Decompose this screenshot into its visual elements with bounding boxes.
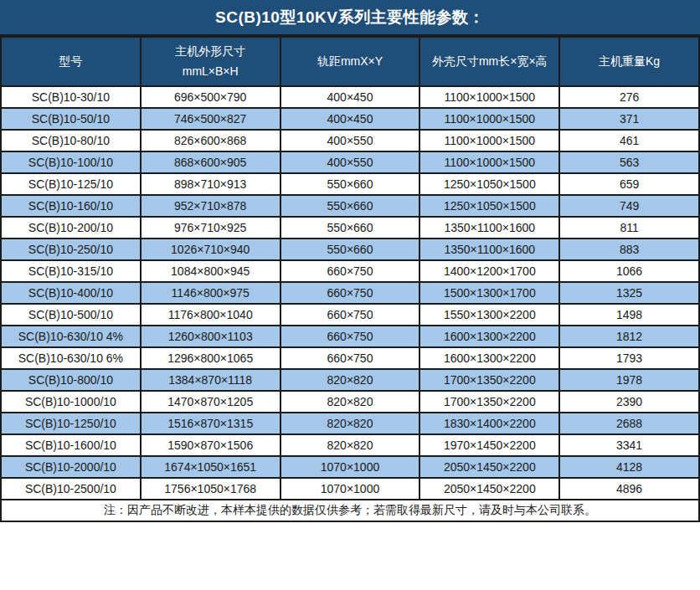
table-cell: 1970×1450×2200 <box>419 434 559 456</box>
table-cell: 976×710×925 <box>141 217 281 239</box>
table-cell: 868×600×905 <box>141 151 281 173</box>
table-row: SC(B)10-1600/101590×870×1506820×8201970×… <box>1 434 699 456</box>
table-cell: 820×820 <box>281 434 420 456</box>
table-cell: 1100×1000×1500 <box>419 108 559 130</box>
table-cell: 660×750 <box>281 260 420 282</box>
table-cell: 826×600×868 <box>141 130 281 151</box>
table-cell: SC(B)10-2000/10 <box>1 456 141 478</box>
table-cell: 550×660 <box>281 239 420 260</box>
table-cell: 1500×1300×1700 <box>419 282 559 304</box>
table-cell: SC(B)10-315/10 <box>1 260 141 282</box>
table-cell: 1070×1000 <box>281 456 420 478</box>
table-cell: SC(B)10-160/10 <box>1 195 141 217</box>
table-cell: 1400×1200×1700 <box>419 260 559 282</box>
header-cell-main-weight: 主机重量Kg <box>559 37 699 86</box>
table-row: SC(B)10-1250/101516×870×1315820×8201830×… <box>1 413 699 434</box>
table-cell: SC(B)10-200/10 <box>1 217 141 239</box>
table-cell: 2390 <box>559 391 699 413</box>
table-cell: 1350×1100×1600 <box>419 217 559 239</box>
table-cell: 1470×870×1205 <box>141 391 281 413</box>
table-note: 注：因产品不断改进，本样本提供的数据仅供参考；若需取得最新尺寸，请及时与本公司联… <box>1 500 699 521</box>
table-cell: 1100×1000×1500 <box>419 86 559 108</box>
table-cell: SC(B)10-800/10 <box>1 369 141 391</box>
table-cell: SC(B)10-630/10 4% <box>1 326 141 347</box>
table-cell: 749 <box>559 195 699 217</box>
table-cell: 1700×1350×2200 <box>419 369 559 391</box>
table-cell: 2050×1450×2200 <box>419 456 559 478</box>
table-row: SC(B)10-2500/101756×1050×17681070×100020… <box>1 478 699 500</box>
table-cell: 563 <box>559 151 699 173</box>
table-cell: 1498 <box>559 304 699 326</box>
table-cell: SC(B)10-50/10 <box>1 108 141 130</box>
table-cell: 898×710×913 <box>141 173 281 195</box>
table-cell: 550×660 <box>281 195 420 217</box>
table-cell: SC(B)10-1600/10 <box>1 434 141 456</box>
table-cell: 400×550 <box>281 151 420 173</box>
table-cell: 660×750 <box>281 282 420 304</box>
table-row: SC(B)10-30/10696×500×790400×4501100×1000… <box>1 86 699 108</box>
table-cell: 461 <box>559 130 699 151</box>
table-cell: 1516×870×1315 <box>141 413 281 434</box>
table-cell: 2688 <box>559 413 699 434</box>
table-row: SC(B)10-125/10898×710×913550×6601250×105… <box>1 173 699 195</box>
table-row: SC(B)10-630/10 4%1260×800×1103660×750160… <box>1 326 699 347</box>
table-cell: 1066 <box>559 260 699 282</box>
table-cell: 820×820 <box>281 369 420 391</box>
table-row: SC(B)10-160/10952×710×878550×6601250×105… <box>1 195 699 217</box>
table-cell: 1600×1300×2200 <box>419 326 559 347</box>
table-cell: 400×450 <box>281 108 420 130</box>
table-cell: 696×500×790 <box>141 86 281 108</box>
table-cell: 1756×1050×1768 <box>141 478 281 500</box>
table-cell: 811 <box>559 217 699 239</box>
spec-table: 型号 主机外形尺寸 mmL×B×H 轨距mmX×Y 外壳尺寸mm长×宽×高 主机… <box>0 36 700 522</box>
table-cell: 1384×870×1118 <box>141 369 281 391</box>
table-cell: SC(B)10-1250/10 <box>1 413 141 434</box>
header-cell-shell-dims: 外壳尺寸mm长×宽×高 <box>419 37 559 86</box>
table-cell: 371 <box>559 108 699 130</box>
table-row: SC(B)10-50/10746×500×827400×4501100×1000… <box>1 108 699 130</box>
table-cell: 883 <box>559 239 699 260</box>
table-cell: 276 <box>559 86 699 108</box>
table-cell: 1793 <box>559 347 699 369</box>
table-cell: 1026×710×940 <box>141 239 281 260</box>
table-cell: 1325 <box>559 282 699 304</box>
table-cell: 1674×1050×1651 <box>141 456 281 478</box>
table-row: SC(B)10-630/10 6%1296×800×1065660×750160… <box>1 347 699 369</box>
table-cell: 1700×1350×2200 <box>419 391 559 413</box>
page-title: SC(B)10型10KV系列主要性能参数： <box>0 0 700 36</box>
table-row: SC(B)10-315/101084×800×945660×7501400×12… <box>1 260 699 282</box>
table-cell: SC(B)10-30/10 <box>1 86 141 108</box>
table-row: SC(B)10-250/101026×710×940550×6601350×11… <box>1 239 699 260</box>
table-row: SC(B)10-1000/101470×870×1205820×8201700×… <box>1 391 699 413</box>
table-cell: 1812 <box>559 326 699 347</box>
table-note-row: 注：因产品不断改进，本样本提供的数据仅供参考；若需取得最新尺寸，请及时与本公司联… <box>1 500 699 521</box>
table-cell: SC(B)10-125/10 <box>1 173 141 195</box>
table-cell: 4896 <box>559 478 699 500</box>
table-header-row: 型号 主机外形尺寸 mmL×B×H 轨距mmX×Y 外壳尺寸mm长×宽×高 主机… <box>1 37 699 86</box>
table-row: SC(B)10-400/101146×800×975660×7501500×13… <box>1 282 699 304</box>
header-cell-rail-gauge: 轨距mmX×Y <box>281 37 420 86</box>
table-cell: 4128 <box>559 456 699 478</box>
table-cell: SC(B)10-1000/10 <box>1 391 141 413</box>
table-cell: 1350×1100×1600 <box>419 239 559 260</box>
table-cell: SC(B)10-250/10 <box>1 239 141 260</box>
header-cell-model: 型号 <box>1 37 141 86</box>
table-cell: 1146×800×975 <box>141 282 281 304</box>
table-cell: SC(B)10-100/10 <box>1 151 141 173</box>
table-cell: 1600×1300×2200 <box>419 347 559 369</box>
header-cell-main-dims: 主机外形尺寸 mmL×B×H <box>141 37 281 86</box>
table-cell: 1070×1000 <box>281 478 420 500</box>
table-cell: 550×660 <box>281 173 420 195</box>
table-row: SC(B)10-100/10868×600×905400×5501100×100… <box>1 151 699 173</box>
table-cell: 1100×1000×1500 <box>419 151 559 173</box>
table-cell: 1176×800×1040 <box>141 304 281 326</box>
table-cell: 820×820 <box>281 413 420 434</box>
table-cell: 550×660 <box>281 217 420 239</box>
table-cell: SC(B)10-80/10 <box>1 130 141 151</box>
table-cell: 820×820 <box>281 391 420 413</box>
table-row: SC(B)10-500/101176×800×1040660×7501550×1… <box>1 304 699 326</box>
table-cell: 660×750 <box>281 326 420 347</box>
table-cell: 660×750 <box>281 347 420 369</box>
table-row: SC(B)10-2000/101674×1050×16511070×100020… <box>1 456 699 478</box>
table-cell: 660×750 <box>281 304 420 326</box>
